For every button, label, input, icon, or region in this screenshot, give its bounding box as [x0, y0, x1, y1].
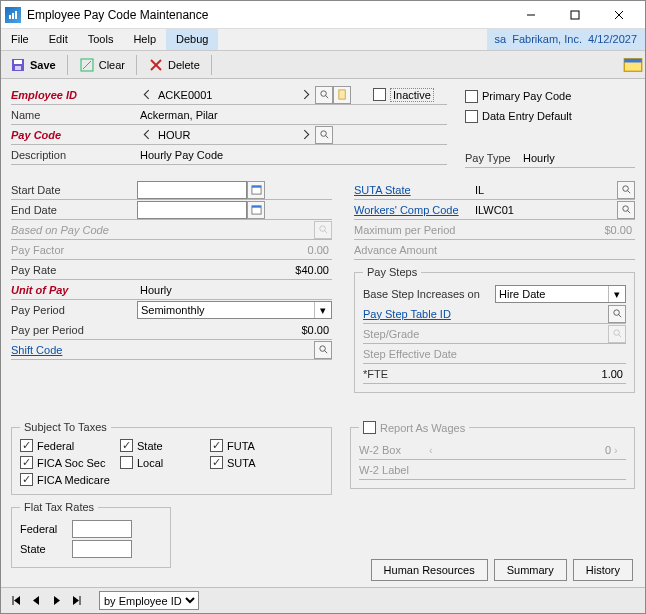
label-flat-federal: Federal — [20, 523, 72, 535]
primary-paycode-checkbox[interactable]: Primary Pay Code — [465, 90, 571, 103]
flat-state-input[interactable] — [72, 540, 132, 558]
save-icon — [10, 57, 26, 73]
nav-prev-icon[interactable] — [27, 592, 45, 610]
menu-tools[interactable]: Tools — [78, 29, 124, 50]
svg-rect-24 — [251, 206, 260, 208]
scroll-right-icon[interactable] — [297, 86, 315, 104]
chk-federal[interactable]: Federal — [20, 439, 120, 452]
wc-code-value[interactable]: ILWC01 — [472, 201, 617, 219]
label-pay-per-period: Pay per Period — [11, 324, 137, 336]
clear-button[interactable]: Clear — [72, 54, 132, 76]
data-entry-default-checkbox[interactable]: Data Entry Default — [465, 110, 572, 123]
flat-federal-input[interactable] — [72, 520, 132, 538]
pay-period-select[interactable]: Semimonthly▾ — [137, 301, 332, 319]
lookup-employee-icon[interactable] — [315, 86, 333, 104]
menu-edit[interactable]: Edit — [39, 29, 78, 50]
label-suta-state[interactable]: SUTA State — [354, 184, 472, 196]
nav-next-icon[interactable] — [47, 592, 65, 610]
svg-line-36 — [618, 334, 621, 337]
pay-steps-legend: Pay Steps — [363, 266, 421, 278]
toolbar: Save Clear Delete — [1, 51, 645, 79]
paycode-scroll-left-icon[interactable] — [137, 126, 155, 144]
form-body: Employee ID ACKE0001 Inactive Name Acker… — [1, 79, 645, 587]
label-pay-code: Pay Code — [11, 129, 137, 141]
base-step-select[interactable]: Hire Date▾ — [495, 285, 626, 303]
minimize-button[interactable] — [509, 2, 553, 28]
summary-button[interactable]: Summary — [494, 559, 567, 581]
svg-line-30 — [627, 190, 630, 193]
label-base-step: Base Step Increases on — [363, 288, 495, 300]
svg-line-28 — [324, 350, 327, 353]
max-per-period-value: $0.00 — [472, 221, 635, 239]
footer: by Employee ID — [1, 587, 645, 613]
label-pay-rate: Pay Rate — [11, 264, 137, 276]
start-date-input[interactable] — [137, 181, 247, 199]
suta-state-value[interactable]: IL — [472, 181, 617, 199]
lookup-paycode-icon[interactable] — [315, 126, 333, 144]
layout-icon[interactable] — [623, 55, 643, 75]
subject-to-taxes-group: Subject To Taxes Federal State FUTA FICA… — [11, 421, 332, 495]
svg-rect-22 — [251, 186, 260, 188]
nav-last-icon[interactable] — [67, 592, 85, 610]
label-name: Name — [11, 109, 137, 121]
employee-id-value[interactable]: ACKE0001 — [155, 86, 297, 104]
chk-suta[interactable]: SUTA — [210, 456, 290, 469]
label-pay-step-table[interactable]: Pay Step Table ID — [363, 308, 495, 320]
label-employee-id: Employee ID — [11, 89, 137, 101]
menu-debug[interactable]: Debug — [166, 29, 218, 50]
unit-of-pay-value: Hourly — [137, 281, 332, 299]
menu-help[interactable]: Help — [123, 29, 166, 50]
chk-fica-med[interactable]: FICA Medicare — [20, 473, 120, 486]
scroll-left-icon[interactable] — [137, 86, 155, 104]
chk-futa[interactable]: FUTA — [210, 439, 290, 452]
chevron-down-icon: ▾ — [608, 286, 624, 302]
description-value[interactable]: Hourly Pay Code — [137, 146, 447, 164]
chk-local[interactable]: Local — [120, 456, 210, 469]
label-step-eff: Step Effective Date — [363, 348, 495, 360]
note-icon[interactable] — [333, 86, 351, 104]
calendar-start-icon[interactable] — [247, 181, 265, 199]
label-max-per-period: Maximum per Period — [354, 224, 472, 236]
label-shift-code[interactable]: Shift Code — [11, 344, 137, 356]
history-button[interactable]: History — [573, 559, 633, 581]
lookup-paystep-icon[interactable] — [608, 305, 626, 323]
pay-steps-group: Pay Steps Base Step Increases onHire Dat… — [354, 266, 635, 393]
calendar-end-icon[interactable] — [247, 201, 265, 219]
label-pay-type: Pay Type — [465, 152, 520, 164]
end-date-input[interactable] — [137, 201, 247, 219]
svg-line-32 — [627, 210, 630, 213]
human-resources-button[interactable]: Human Resources — [371, 559, 488, 581]
svg-rect-2 — [15, 11, 17, 19]
lookup-suta-icon[interactable] — [617, 181, 635, 199]
advance-amount-value — [472, 241, 635, 259]
report-as-wages-group: Report As Wages W-2 Box‹0› W-2 Label — [350, 421, 635, 489]
pay-rate-value[interactable]: $40.00 — [137, 261, 332, 279]
label-fte: *FTE — [363, 368, 495, 380]
sort-by-select[interactable]: by Employee ID — [99, 591, 199, 610]
svg-line-20 — [325, 135, 328, 138]
paycode-scroll-right-icon[interactable] — [297, 126, 315, 144]
lookup-shift-icon[interactable] — [314, 341, 332, 359]
label-w2-label: W-2 Label — [359, 464, 429, 476]
svg-line-26 — [324, 230, 327, 233]
primary-paycode-label: Primary Pay Code — [482, 90, 571, 102]
save-button[interactable]: Save — [3, 54, 63, 76]
close-button[interactable] — [597, 2, 641, 28]
maximize-button[interactable] — [553, 2, 597, 28]
chk-state[interactable]: State — [120, 439, 210, 452]
label-w2-box: W-2 Box — [359, 444, 429, 456]
delete-button[interactable]: Delete — [141, 54, 207, 76]
fte-value[interactable]: 1.00 — [495, 365, 626, 383]
pay-per-period-value[interactable]: $0.00 — [137, 321, 332, 339]
pay-code-value[interactable]: HOUR — [155, 126, 297, 144]
inactive-checkbox[interactable]: Inactive — [373, 88, 434, 102]
svg-rect-15 — [624, 58, 642, 62]
label-wc-code[interactable]: Workers' Comp Code — [354, 204, 472, 216]
delete-label: Delete — [168, 59, 200, 71]
menu-file[interactable]: File — [1, 29, 39, 50]
svg-rect-9 — [15, 66, 21, 70]
chk-report-wages[interactable]: Report As Wages — [363, 421, 465, 434]
nav-first-icon[interactable] — [7, 592, 25, 610]
chk-fica-ss[interactable]: FICA Soc Sec — [20, 456, 120, 469]
lookup-wc-icon[interactable] — [617, 201, 635, 219]
